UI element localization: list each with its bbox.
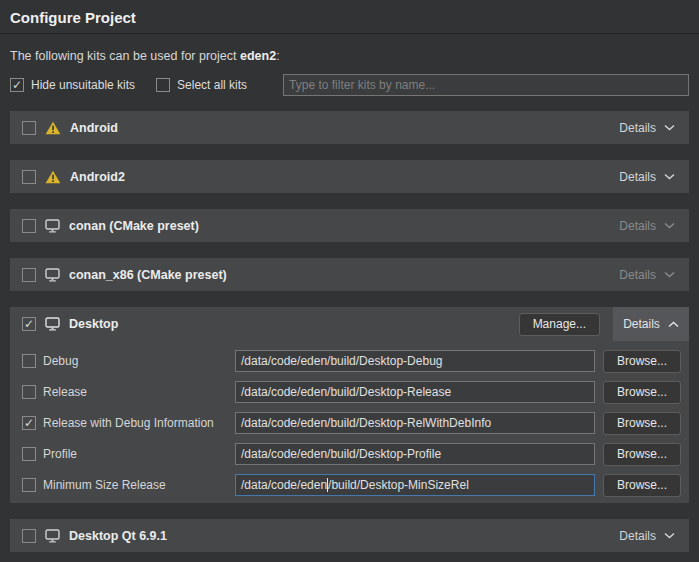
details-button[interactable]: Details <box>619 121 675 135</box>
monitor-icon <box>45 317 60 331</box>
config-label: Release with Debug Information <box>43 416 214 430</box>
checkbox-icon[interactable] <box>156 78 170 92</box>
kit-name: Desktop <box>69 317 118 331</box>
config-checkbox[interactable] <box>22 478 36 492</box>
monitor-icon <box>45 529 60 543</box>
config-checkbox[interactable] <box>22 447 36 461</box>
build-dir-input-focused[interactable]: /data/code/eden/build/Desktop-MinSizeRel <box>235 474 595 496</box>
kit-name: conan (CMake preset) <box>69 219 199 233</box>
hide-unsuitable-kits-checkbox[interactable]: Hide unsuitable kits <box>10 78 135 92</box>
chevron-up-icon <box>668 321 679 328</box>
kit-row-desktop[interactable]: Desktop Manage... Details <box>10 307 689 341</box>
kit-row-android2[interactable]: Android2 Details <box>10 160 689 193</box>
chevron-down-icon <box>664 222 675 229</box>
browse-button[interactable]: Browse... <box>603 412 681 435</box>
config-row-minsizerel: Minimum Size Release /data/code/eden/bui… <box>10 474 689 496</box>
config-checkbox[interactable] <box>22 385 36 399</box>
kit-checkbox[interactable] <box>22 268 36 282</box>
details-button[interactable]: Details <box>619 268 675 282</box>
monitor-icon <box>45 268 60 282</box>
filter-row: Hide unsuitable kits Select all kits <box>10 74 689 96</box>
browse-button[interactable]: Browse... <box>603 381 681 404</box>
browse-button[interactable]: Browse... <box>603 474 681 497</box>
checkbox-label: Select all kits <box>177 78 247 92</box>
checkbox-icon[interactable] <box>10 78 24 92</box>
chevron-down-icon <box>664 124 675 131</box>
details-button[interactable]: Details <box>619 219 675 233</box>
browse-button[interactable]: Browse... <box>603 443 681 466</box>
build-dir-input[interactable] <box>235 381 595 403</box>
manage-button[interactable]: Manage... <box>519 313 600 336</box>
kit-card-desktop: Desktop Manage... Details Debug Browse..… <box>10 307 689 503</box>
checkbox-label: Hide unsuitable kits <box>31 78 135 92</box>
browse-button[interactable]: Browse... <box>603 350 681 373</box>
project-name: eden2 <box>240 49 276 63</box>
kit-checkbox[interactable] <box>22 121 36 135</box>
monitor-icon <box>45 219 60 233</box>
select-all-kits-checkbox[interactable]: Select all kits <box>156 78 247 92</box>
config-checkbox[interactable] <box>22 354 36 368</box>
kit-checkbox[interactable] <box>22 170 36 184</box>
kit-checkbox[interactable] <box>22 219 36 233</box>
config-checkbox[interactable] <box>22 416 36 430</box>
warning-icon <box>45 121 61 135</box>
page-title: Configure Project <box>0 0 699 34</box>
chevron-down-icon <box>664 271 675 278</box>
config-row-release: Release Browse... <box>10 381 689 403</box>
subtitle: The following kits can be used for proje… <box>10 49 689 63</box>
kit-name: Android2 <box>70 170 125 184</box>
kit-name: conan_x86 (CMake preset) <box>69 268 227 282</box>
build-dir-input[interactable] <box>235 443 595 465</box>
kit-name: Android <box>70 121 118 135</box>
kit-row-conan-x86[interactable]: conan_x86 (CMake preset) Details <box>10 258 689 291</box>
config-row-profile: Profile Browse... <box>10 443 689 465</box>
config-label: Profile <box>43 447 77 461</box>
config-row-debug: Debug Browse... <box>10 350 689 372</box>
kit-checkbox[interactable] <box>22 529 36 543</box>
config-label: Minimum Size Release <box>43 478 166 492</box>
config-label: Debug <box>43 354 78 368</box>
details-button[interactable]: Details <box>619 170 675 184</box>
details-button[interactable]: Details <box>613 307 689 341</box>
kit-name: Desktop Qt 6.9.1 <box>69 529 167 543</box>
kit-filter-input[interactable] <box>283 74 689 96</box>
kit-row-desktop-qt[interactable]: Desktop Qt 6.9.1 Details <box>10 519 689 552</box>
chevron-down-icon <box>664 173 675 180</box>
chevron-down-icon <box>664 532 675 539</box>
kit-row-conan[interactable]: conan (CMake preset) Details <box>10 209 689 242</box>
config-label: Release <box>43 385 87 399</box>
warning-icon <box>45 170 61 184</box>
kit-list: Android Details Android2 Details conan (… <box>10 111 689 552</box>
config-row-relwithdebinfo: Release with Debug Information Browse... <box>10 412 689 434</box>
details-button[interactable]: Details <box>619 529 675 543</box>
build-dir-input[interactable] <box>235 412 595 434</box>
kit-row-android[interactable]: Android Details <box>10 111 689 144</box>
build-dir-input[interactable] <box>235 350 595 372</box>
kit-checkbox[interactable] <box>22 317 36 331</box>
